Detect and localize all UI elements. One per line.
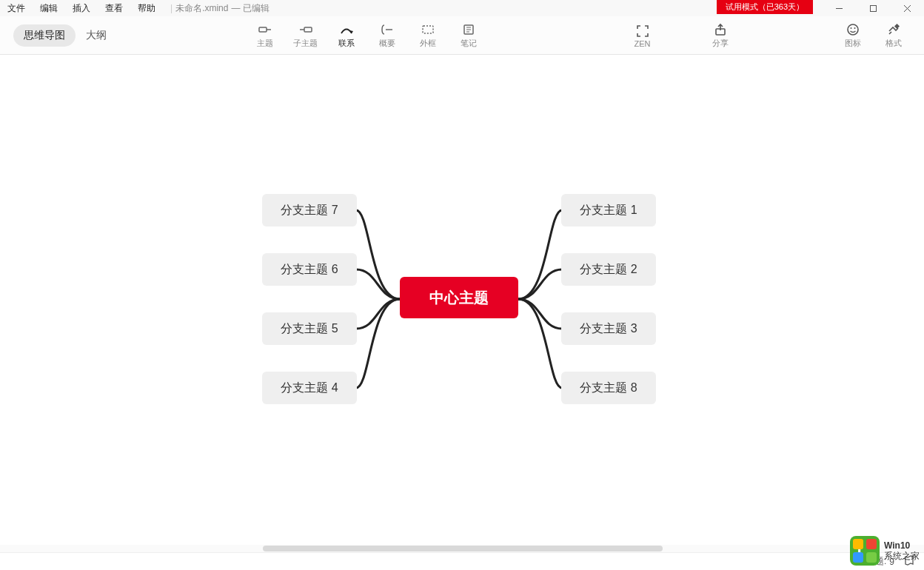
svg-point-17 xyxy=(850,27,851,29)
node-branch-left-2[interactable]: 分支主题 5 xyxy=(262,312,357,345)
tool-group-insert: 主题 子主题 联系 概要 外框 xyxy=(244,18,489,53)
tool-share[interactable]: 分享 xyxy=(700,18,740,53)
doc-title: | 未命名.xmind — 已编辑 xyxy=(167,2,270,15)
node-branch-right-1[interactable]: 分支主题 2 xyxy=(561,253,656,286)
boundary-icon xyxy=(421,21,435,38)
svg-rect-19 xyxy=(894,24,899,29)
tool-boundary-label: 外框 xyxy=(420,38,436,49)
note-icon xyxy=(461,21,476,38)
horizontal-scrollbar[interactable] xyxy=(0,545,924,552)
menu-help[interactable]: 帮助 xyxy=(130,0,163,17)
tool-format-label: 格式 xyxy=(886,38,902,49)
doc-status: 已编辑 xyxy=(243,2,270,15)
tool-note[interactable]: 笔记 xyxy=(448,18,489,53)
tool-relationship-label: 联系 xyxy=(338,38,355,49)
tool-summary[interactable]: 概要 xyxy=(366,18,407,53)
svg-rect-4 xyxy=(259,27,267,32)
tool-group-view: ZEN 分享 xyxy=(622,18,740,53)
node-branch-right-3[interactable]: 分支主题 8 xyxy=(561,372,656,404)
tool-note-label: 笔记 xyxy=(461,38,477,49)
relationship-icon xyxy=(339,21,354,38)
horizontal-scroll-thumb[interactable] xyxy=(263,546,663,551)
node-branch-right-0[interactable]: 分支主题 1 xyxy=(561,194,656,227)
tool-zen-label: ZEN xyxy=(635,39,651,48)
minimize-button[interactable] xyxy=(822,0,856,16)
tool-format[interactable]: 格式 xyxy=(873,18,914,53)
watermark-line1: Win10 xyxy=(884,540,920,551)
tool-share-label: 分享 xyxy=(712,38,729,49)
tool-subtopic-label: 子主题 xyxy=(293,38,318,49)
tool-icons[interactable]: 图标 xyxy=(832,18,873,53)
svg-rect-6 xyxy=(304,27,312,32)
doc-filename: 未命名.xmind xyxy=(175,2,228,15)
titlebar: 文件 编辑 插入 查看 帮助 | 未命名.xmind — 已编辑 试用模式（已3… xyxy=(0,0,924,16)
mindmap-canvas[interactable]: 中心主题 分支主题 7 分支主题 6 分支主题 5 分支主题 4 分支主题 1 … xyxy=(0,55,924,548)
smiley-icon xyxy=(846,21,860,38)
svg-point-16 xyxy=(848,24,858,35)
format-icon xyxy=(887,21,900,38)
node-branch-right-2[interactable]: 分支主题 3 xyxy=(561,312,656,345)
close-button[interactable] xyxy=(890,0,924,16)
share-icon xyxy=(714,21,727,38)
tool-topic-label: 主题 xyxy=(257,38,273,49)
watermark-line2: 系统之家 xyxy=(884,551,920,561)
tool-boundary[interactable]: 外框 xyxy=(407,18,448,53)
watermark: 1 Win10 系统之家 xyxy=(850,536,920,566)
tool-summary-label: 概要 xyxy=(379,38,395,49)
menu-edit[interactable]: 编辑 xyxy=(33,0,65,17)
topic-icon xyxy=(258,21,272,38)
subtopic-icon xyxy=(298,21,313,38)
svg-rect-10 xyxy=(423,26,433,33)
statusbar: 主题: 9 xyxy=(0,552,924,570)
tool-icons-label: 图标 xyxy=(845,38,861,49)
zen-icon xyxy=(636,23,649,39)
menubar: 文件 编辑 插入 查看 帮助 xyxy=(0,0,163,17)
node-branch-left-3[interactable]: 分支主题 4 xyxy=(262,372,357,404)
toolbar: 思维导图 大纲 主题 子主题 联系 概要 xyxy=(0,16,924,55)
maximize-button[interactable] xyxy=(856,0,890,16)
node-branch-left-1[interactable]: 分支主题 6 xyxy=(262,253,357,286)
watermark-logo: 1 xyxy=(850,536,880,566)
window-controls xyxy=(822,0,924,16)
menu-view[interactable]: 查看 xyxy=(98,0,130,17)
tab-outline[interactable]: 大纲 xyxy=(76,24,117,47)
tool-topic[interactable]: 主题 xyxy=(244,18,285,53)
svg-point-18 xyxy=(854,27,855,29)
tool-zen[interactable]: ZEN xyxy=(622,18,663,53)
trial-badge[interactable]: 试用模式（已363天） xyxy=(717,0,813,14)
node-branch-left-0[interactable]: 分支主题 7 xyxy=(262,194,357,227)
node-center[interactable]: 中心主题 xyxy=(400,277,518,318)
menu-insert[interactable]: 插入 xyxy=(65,0,98,17)
view-tabs: 思维导图 大纲 xyxy=(13,24,117,47)
tool-relationship[interactable]: 联系 xyxy=(326,18,366,53)
watermark-text: Win10 系统之家 xyxy=(884,540,920,562)
tool-subtopic[interactable]: 子主题 xyxy=(285,18,326,53)
tab-mindmap[interactable]: 思维导图 xyxy=(13,24,76,47)
menu-file[interactable]: 文件 xyxy=(0,0,33,17)
summary-icon xyxy=(380,21,395,38)
svg-rect-1 xyxy=(870,5,876,11)
tool-group-format: 图标 格式 xyxy=(832,18,914,53)
